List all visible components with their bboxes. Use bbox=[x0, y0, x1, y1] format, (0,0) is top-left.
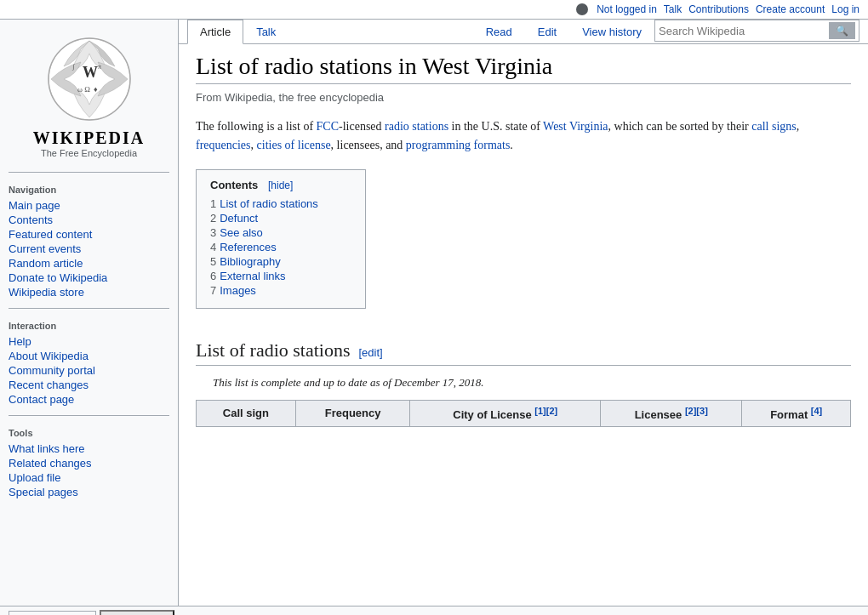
svg-text:π: π bbox=[98, 63, 101, 71]
toc-num-3: 3 bbox=[210, 226, 216, 239]
sidebar: W ω Ω ♦ ∫ π Wikipedia The Free Encyclope… bbox=[0, 20, 179, 606]
sidebar-divider-interaction bbox=[9, 308, 169, 309]
svg-text:ω Ω: ω Ω bbox=[77, 85, 90, 94]
tab-read[interactable]: Read bbox=[473, 20, 525, 44]
sidebar-item-about[interactable]: About Wikipedia bbox=[9, 349, 169, 363]
top-bar: Not logged in Talk Contributions Create … bbox=[0, 0, 868, 20]
talk-link[interactable]: Talk bbox=[664, 3, 682, 15]
search-box: 🔍 bbox=[654, 20, 859, 42]
sidebar-nav-section: Navigation Main page Contents Featured c… bbox=[0, 178, 178, 303]
page-tabs: Article Talk Read Edit View history 🔍 bbox=[179, 20, 868, 44]
main-content-area: Article Talk Read Edit View history 🔍 Li… bbox=[179, 20, 868, 606]
section-edit-link[interactable]: [edit] bbox=[358, 346, 382, 359]
sidebar-tools-section: Tools What links here Related changes Up… bbox=[0, 421, 178, 503]
toc-link-2[interactable]: Defunct bbox=[220, 212, 258, 225]
sidebar-item-random-article[interactable]: Random article bbox=[9, 256, 169, 270]
toc-link-5[interactable]: Bibliography bbox=[220, 255, 281, 268]
toc-item: 7 Images bbox=[210, 283, 351, 298]
sidebar-item-store[interactable]: Wikipedia store bbox=[9, 285, 169, 299]
toc-item: 6 External links bbox=[210, 269, 351, 283]
interaction-section-title: Interaction bbox=[9, 321, 169, 331]
sidebar-item-featured-content[interactable]: Featured content bbox=[9, 227, 169, 242]
toc-toggle[interactable]: [hide] bbox=[268, 179, 293, 191]
user-icon bbox=[576, 3, 588, 15]
toc-num-5: 5 bbox=[210, 255, 216, 268]
table-header-licensee[interactable]: Licensee [2][3] bbox=[601, 400, 742, 426]
frequencies-link[interactable]: frequencies bbox=[196, 139, 251, 151]
radio-stations-link[interactable]: radio stations bbox=[385, 120, 448, 133]
section-note: This list is complete and up to date as … bbox=[196, 376, 851, 390]
toc-link-6[interactable]: External links bbox=[220, 270, 285, 282]
svg-text:♦: ♦ bbox=[94, 85, 98, 94]
sidebar-item-special-pages[interactable]: Special pages bbox=[9, 485, 169, 499]
toc-item: 5 Bibliography bbox=[210, 254, 351, 269]
table-of-contents: Contents [hide] 1 List of radio stations… bbox=[196, 169, 366, 309]
intro-paragraph: The following is a list of FCC-licensed … bbox=[196, 117, 851, 156]
search-input[interactable] bbox=[659, 25, 829, 37]
search-button[interactable]: 🔍 bbox=[829, 22, 855, 39]
sidebar-item-recent-changes[interactable]: Recent changes bbox=[9, 378, 169, 392]
pro-version-button[interactable]: PRO version bbox=[100, 610, 174, 615]
logo-title[interactable]: Wikipedia bbox=[9, 128, 169, 148]
open-in-browser-button[interactable]: open in browser bbox=[9, 611, 96, 615]
table-header-format[interactable]: Format [4] bbox=[742, 400, 851, 426]
toc-num-6: 6 bbox=[210, 270, 216, 282]
cities-link[interactable]: cities of license bbox=[257, 139, 331, 151]
cite-3[interactable]: [3] bbox=[696, 406, 707, 416]
sidebar-divider-tools bbox=[9, 415, 169, 416]
section-heading-text: List of radio stations bbox=[196, 339, 350, 362]
svg-text:W: W bbox=[83, 64, 98, 81]
sidebar-item-help[interactable]: Help bbox=[9, 334, 169, 349]
wikipedia-logo: W ω Ω ♦ ∫ π bbox=[47, 37, 132, 122]
log-in-link[interactable]: Log in bbox=[831, 3, 859, 15]
table-header-frequency[interactable]: Frequency bbox=[295, 400, 410, 426]
sidebar-item-what-links[interactable]: What links here bbox=[9, 441, 169, 456]
contributions-link[interactable]: Contributions bbox=[688, 3, 749, 15]
sidebar-item-community-portal[interactable]: Community portal bbox=[9, 363, 169, 378]
tab-article[interactable]: Article bbox=[187, 20, 243, 44]
page-content: List of radio stations in West Virginia … bbox=[179, 44, 868, 444]
sidebar-item-related-changes[interactable]: Related changes bbox=[9, 456, 169, 470]
toc-title: Contents bbox=[210, 179, 258, 191]
create-account-link[interactable]: Create account bbox=[756, 3, 825, 15]
radio-stations-table: Call sign Frequency City of License [1][… bbox=[196, 400, 851, 427]
cite-2b[interactable]: [2] bbox=[685, 406, 696, 416]
cite-2[interactable]: [2] bbox=[546, 406, 557, 416]
nav-section-title: Navigation bbox=[9, 185, 169, 195]
sidebar-item-donate[interactable]: Donate to Wikipedia bbox=[9, 270, 169, 285]
toc-num-4: 4 bbox=[210, 241, 216, 253]
not-logged-in-text: Not logged in bbox=[597, 3, 657, 15]
sidebar-item-main-page[interactable]: Main page bbox=[9, 198, 169, 213]
toc-item: 3 See also bbox=[210, 225, 351, 240]
toc-num-1: 1 bbox=[210, 197, 216, 210]
toc-link-1[interactable]: List of radio stations bbox=[220, 197, 318, 210]
sidebar-interaction-section: Interaction Help About Wikipedia Communi… bbox=[0, 314, 178, 410]
formats-link[interactable]: programming formats bbox=[406, 139, 510, 151]
sidebar-item-upload-file[interactable]: Upload file bbox=[9, 470, 169, 485]
sidebar-item-contact[interactable]: Contact page bbox=[9, 392, 169, 407]
toc-item: 4 References bbox=[210, 240, 351, 254]
fcc-link[interactable]: FCC bbox=[317, 120, 339, 133]
table-header-call-sign[interactable]: Call sign bbox=[197, 400, 296, 426]
toc-link-4[interactable]: References bbox=[220, 241, 276, 253]
tab-edit[interactable]: Edit bbox=[525, 20, 569, 44]
toc-num-2: 2 bbox=[210, 212, 216, 225]
tools-section-title: Tools bbox=[9, 428, 169, 438]
sidebar-divider-nav bbox=[9, 172, 169, 173]
tab-view-history[interactable]: View history bbox=[569, 20, 654, 44]
from-wikipedia-label: From Wikipedia, the free encyclopedia bbox=[196, 91, 851, 104]
cite-1[interactable]: [1] bbox=[534, 406, 545, 416]
call-signs-link[interactable]: call signs bbox=[751, 120, 797, 133]
sidebar-item-contents[interactable]: Contents bbox=[9, 213, 169, 227]
west-virginia-link[interactable]: West Virginia bbox=[543, 120, 608, 133]
table-header-city[interactable]: City of License [1][2] bbox=[410, 400, 601, 426]
toc-item: 1 List of radio stations bbox=[210, 196, 351, 211]
bottom-bar: open in browser PRO version Are you a de… bbox=[0, 606, 868, 615]
cite-4[interactable]: [4] bbox=[811, 406, 822, 416]
toc-link-7[interactable]: Images bbox=[220, 284, 256, 297]
tab-talk[interactable]: Talk bbox=[243, 20, 288, 44]
toc-link-3[interactable]: See also bbox=[220, 226, 263, 239]
logo-area: W ω Ω ♦ ∫ π Wikipedia The Free Encyclope… bbox=[0, 28, 178, 167]
toc-item: 2 Defunct bbox=[210, 211, 351, 225]
sidebar-item-current-events[interactable]: Current events bbox=[9, 242, 169, 256]
